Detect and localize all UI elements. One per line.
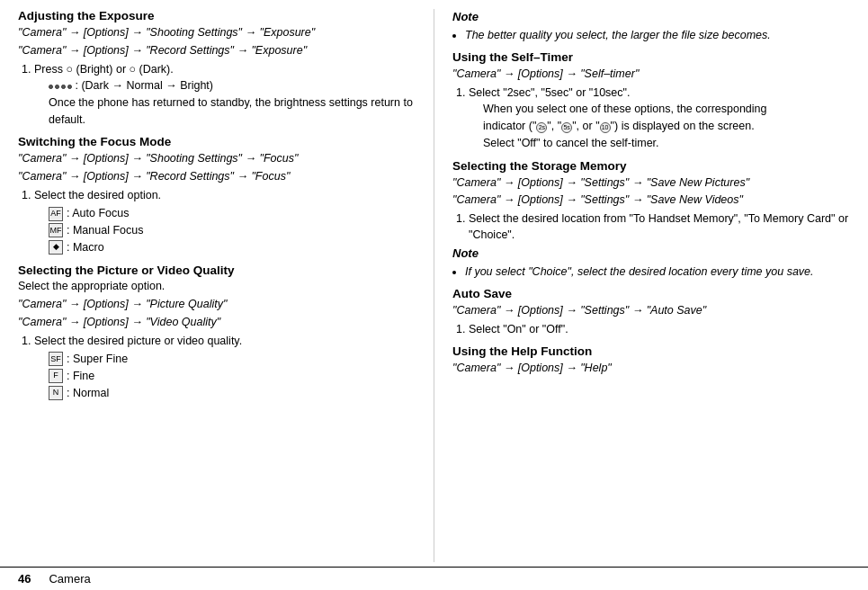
quality-superfine-label: : Super Fine <box>67 351 128 368</box>
note2-item: If you select "Choice", select the desir… <box>465 264 850 281</box>
focus-icons: AF : Auto Focus MF : Manual Focus ◆ : Ma… <box>49 205 416 255</box>
brightness-label: : (Dark → Normal → Bright) <box>75 79 213 92</box>
brightness-dots <box>49 85 72 89</box>
focus-macro-label: : Macro <box>67 239 104 256</box>
auto-focus-icon: AF <box>49 207 63 221</box>
steps-focus: Select the desired option. AF : Auto Foc… <box>34 188 416 256</box>
focus-manual-label: : Manual Focus <box>67 222 143 239</box>
step-selftimer-1: Select "2sec", "5sec" or "10sec". When y… <box>469 85 850 152</box>
path-focus-2: "Camera" → [Options] → "Record Settings"… <box>18 168 416 185</box>
macro-focus-icon: ◆ <box>49 240 63 255</box>
quality-icon-fine: F : Fine <box>49 368 416 385</box>
page-container: Adjusting the Exposure "Camera" → [Optio… <box>0 0 868 590</box>
focus-icon-auto: AF : Auto Focus <box>49 205 416 222</box>
step-quality-1-text: Select the desired picture or video qual… <box>34 335 242 347</box>
step-quality-1: Select the desired picture or video qual… <box>34 334 416 402</box>
quality-icon-normal: N : Normal <box>49 385 416 402</box>
step-selftimer-1-text: Select "2sec", "5sec" or "10sec". <box>469 86 630 99</box>
path-storage-2: "Camera" → [Options] → "Settings" → "Sav… <box>452 192 850 209</box>
page-footer: 46 Camera <box>0 567 868 590</box>
path-autosave-1: "Camera" → [Options] → "Settings" → "Aut… <box>452 302 850 319</box>
page-number: 46 <box>18 572 31 586</box>
quality-intro: Select the appropriate option. <box>18 279 416 295</box>
path-storage-1: "Camera" → [Options] → "Settings" → "Sav… <box>452 174 850 192</box>
step-storage-1: Select the desired location from "To Han… <box>469 211 850 243</box>
step-exposure-1: Press ○ (Bright) or ○ (Dark). : (Dark → … <box>34 62 416 129</box>
fine-icon: F <box>49 369 63 383</box>
path-quality-1: "Camera" → [Options] → "Picture Quality" <box>18 296 416 313</box>
right-column: Note The better quality you select, the … <box>434 9 850 562</box>
quality-normal-label: : Normal <box>67 385 109 402</box>
note2-label: Note <box>452 246 850 263</box>
heading-focus: Switching the Focus Mode <box>18 135 416 148</box>
heading-selftimer: Using the Self–Timer <box>452 50 850 64</box>
steps-exposure: Press ○ (Bright) or ○ (Dark). : (Dark → … <box>34 62 416 129</box>
main-columns: Adjusting the Exposure "Camera" → [Optio… <box>0 9 868 562</box>
focus-icon-manual: MF : Manual Focus <box>49 222 416 239</box>
quality-icons: SF : Super Fine F : Fine N : Normal <box>49 351 416 401</box>
normal-quality-icon: N <box>49 386 63 400</box>
step-exposure-sub: : (Dark → Normal → Bright) <box>49 77 416 94</box>
path-quality-2: "Camera" → [Options] → "Video Quality" <box>18 314 416 331</box>
path-selftimer-1: "Camera" → [Options] → "Self–timer" <box>452 66 850 83</box>
heading-exposure: Adjusting the Exposure <box>18 9 416 22</box>
path-exposure-2: "Camera" → [Options] → "Record Settings"… <box>18 42 416 59</box>
manual-focus-icon: MF <box>49 223 63 237</box>
note1-list: The better quality you select, the large… <box>465 28 850 44</box>
steps-selftimer: Select "2sec", "5sec" or "10sec". When y… <box>469 85 850 152</box>
path-help-1: "Camera" → [Options] → "Help" <box>452 360 850 377</box>
heading-autosave: Auto Save <box>452 287 850 300</box>
step-focus-1-text: Select the desired option. <box>34 189 161 201</box>
step-selftimer-sub2: indicator ("2s", "5s", or "10") is displ… <box>483 118 850 135</box>
superfine-icon: SF <box>49 352 63 366</box>
step-focus-1: Select the desired option. AF : Auto Foc… <box>34 188 416 256</box>
heading-quality: Selecting the Picture or Video Quality <box>18 264 416 277</box>
quality-fine-label: : Fine <box>67 368 94 385</box>
left-column: Adjusting the Exposure "Camera" → [Optio… <box>18 9 434 562</box>
step-selftimer-sub1: When you select one of these options, th… <box>483 101 850 118</box>
note1-item: The better quality you select, the large… <box>465 28 850 44</box>
quality-icon-superfine: SF : Super Fine <box>49 351 416 368</box>
focus-icon-macro: ◆ : Macro <box>49 239 416 256</box>
footer-section-title: Camera <box>49 572 90 586</box>
step-exposure-note: Once the phone has returned to standby, … <box>49 94 416 129</box>
heading-help: Using the Help Function <box>452 344 850 358</box>
focus-auto-label: : Auto Focus <box>67 205 129 222</box>
steps-quality: Select the desired picture or video qual… <box>34 334 416 402</box>
note2-list: If you select "Choice", select the desir… <box>465 264 850 281</box>
heading-storage: Selecting the Storage Memory <box>452 159 850 173</box>
note1-label: Note <box>452 9 850 26</box>
step-exposure-1-text: Press ○ (Bright) or ○ (Dark). <box>34 63 174 76</box>
path-focus-1: "Camera" → [Options] → "Shooting Setting… <box>18 150 416 167</box>
step-autosave-1: Select "On" or "Off". <box>469 322 850 338</box>
steps-storage: Select the desired location from "To Han… <box>469 211 850 243</box>
path-exposure-1: "Camera" → [Options] → "Shooting Setting… <box>18 24 416 41</box>
step-selftimer-sub3: Select "Off" to cancel the self-timer. <box>483 135 850 152</box>
steps-autosave: Select "On" or "Off". <box>469 322 850 338</box>
